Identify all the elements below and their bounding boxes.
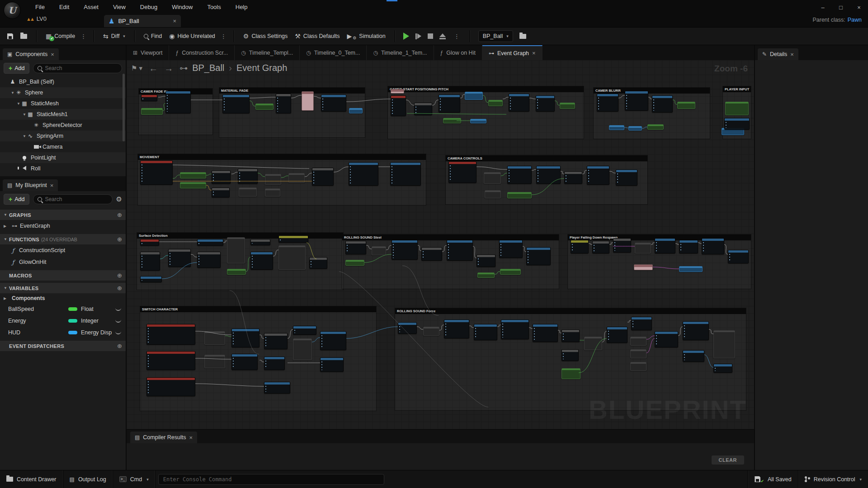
graph-node[interactable] bbox=[309, 257, 327, 269]
function-item-glowonhit[interactable]: ƒGlowOnHit bbox=[0, 256, 126, 268]
graph-node[interactable] bbox=[536, 166, 561, 184]
graph-node[interactable] bbox=[321, 94, 346, 112]
graph-node[interactable] bbox=[444, 319, 469, 338]
graph-node[interactable] bbox=[652, 95, 673, 113]
graph-node[interactable] bbox=[536, 95, 555, 112]
component-row-camera[interactable]: Camera bbox=[0, 141, 126, 152]
graph-node[interactable] bbox=[607, 327, 627, 343]
graph-node[interactable] bbox=[561, 329, 580, 342]
cmd-dropdown[interactable]: >_ Cmd ▾ bbox=[113, 470, 156, 488]
component-row-roll[interactable]: Roll bbox=[0, 163, 126, 174]
graph-node[interactable] bbox=[141, 94, 157, 101]
graph-node[interactable] bbox=[634, 264, 653, 270]
graph-node[interactable] bbox=[488, 100, 503, 106]
graph-node[interactable] bbox=[264, 382, 290, 394]
frame-skip-button[interactable] bbox=[415, 33, 421, 39]
graph-node[interactable] bbox=[443, 118, 461, 123]
graph-node[interactable] bbox=[683, 321, 709, 340]
graph-node[interactable] bbox=[146, 324, 195, 345]
output-log-button[interactable]: ▤ Output Log bbox=[63, 470, 113, 488]
graph-node[interactable] bbox=[345, 260, 364, 266]
variable-row-ballspeed[interactable]: BallSpeedFloat bbox=[0, 303, 126, 315]
graph-node[interactable] bbox=[647, 124, 664, 130]
tab-compiler-results[interactable]: ▤ Compiler Results × bbox=[130, 432, 197, 443]
graph-node[interactable] bbox=[231, 354, 258, 370]
macros-section-header[interactable]: MACROS ⊕ bbox=[0, 270, 126, 281]
settings-gear-icon[interactable]: ⚙ bbox=[116, 195, 122, 203]
graph-node[interactable] bbox=[630, 337, 646, 346]
component-row-bp-ball-self-[interactable]: ♟BP_Ball (Self) bbox=[0, 76, 126, 87]
graph-tab-timeline-1-tem-[interactable]: ◷Timeline_1_Tem... bbox=[367, 45, 434, 60]
hide-unrelated-button[interactable]: ◉ Hide Unrelated bbox=[165, 29, 219, 43]
component-row-springarm[interactable]: ▼∿SpringArm bbox=[0, 131, 126, 141]
graph-node[interactable] bbox=[349, 162, 378, 186]
graph-node[interactable] bbox=[264, 357, 285, 370]
graph-node[interactable] bbox=[507, 192, 532, 198]
graph-node[interactable] bbox=[724, 118, 750, 130]
graph-node[interactable] bbox=[628, 126, 642, 131]
graph-node[interactable] bbox=[197, 239, 223, 246]
graph-node[interactable] bbox=[239, 188, 257, 197]
graph-node[interactable] bbox=[212, 188, 230, 197]
graph-tab-event-graph[interactable]: ⊶Event Graph× bbox=[482, 45, 542, 60]
graph-node[interactable] bbox=[212, 170, 231, 184]
graph-node[interactable] bbox=[238, 169, 258, 184]
graph-node[interactable] bbox=[683, 350, 704, 362]
graph-node[interactable] bbox=[501, 319, 529, 339]
close-icon[interactable]: × bbox=[532, 50, 536, 56]
graph-node[interactable] bbox=[146, 377, 195, 396]
menu-debug[interactable]: Debug bbox=[133, 0, 165, 14]
graph-node[interactable] bbox=[165, 91, 191, 113]
graph-node[interactable] bbox=[728, 250, 749, 263]
clear-button[interactable]: CLEAR bbox=[712, 455, 744, 465]
graph-node[interactable] bbox=[264, 333, 288, 349]
graph-node[interactable] bbox=[725, 102, 749, 115]
graph-node[interactable] bbox=[265, 188, 280, 197]
component-row-staticmesh[interactable]: ▼▦StaticMesh bbox=[0, 98, 126, 109]
close-icon[interactable]: × bbox=[189, 434, 193, 441]
graph-node[interactable] bbox=[476, 254, 495, 267]
graph-node[interactable] bbox=[421, 247, 442, 261]
graph-node[interactable] bbox=[635, 243, 651, 253]
graph-node[interactable] bbox=[564, 171, 582, 184]
tab-my-blueprint[interactable]: ▤ My Blueprint × bbox=[3, 179, 58, 191]
graph-node[interactable] bbox=[679, 240, 698, 253]
graph-node[interactable] bbox=[448, 161, 476, 183]
eject-button[interactable] bbox=[439, 33, 446, 39]
graph-node[interactable] bbox=[414, 103, 432, 115]
graph-node[interactable] bbox=[677, 102, 695, 109]
graph-node[interactable] bbox=[477, 272, 495, 278]
component-row-staticmesh1[interactable]: ▼▦StaticMesh1 bbox=[0, 109, 126, 120]
graph-node[interactable] bbox=[702, 238, 724, 254]
component-row-sphere[interactable]: ▼✳Sphere bbox=[0, 87, 126, 98]
graph-node[interactable] bbox=[630, 349, 646, 358]
component-row-pointlight[interactable]: PointLight bbox=[0, 152, 126, 163]
graph-tab-timeline-templ-[interactable]: ◷Timeline_Templ... bbox=[235, 45, 300, 60]
graph-node[interactable] bbox=[250, 239, 270, 245]
event-dispatchers-section-header[interactable]: EVENT DISPATCHERS ⊕ bbox=[0, 341, 126, 351]
save-button[interactable] bbox=[4, 29, 17, 43]
graph-node[interactable] bbox=[180, 182, 206, 188]
tab-level[interactable]: ▲▲ LV0 bbox=[26, 15, 47, 22]
graph-node[interactable] bbox=[392, 240, 418, 260]
functions-section-header[interactable]: ▼ FUNCTIONS (24 OVERRIDAB ⊕ bbox=[0, 234, 126, 244]
menu-view[interactable]: View bbox=[106, 0, 133, 14]
find-button[interactable]: Find bbox=[140, 29, 165, 43]
graph-node[interactable] bbox=[372, 246, 386, 255]
graph-node[interactable] bbox=[293, 326, 316, 335]
graph-node[interactable] bbox=[465, 92, 483, 100]
graph-node[interactable] bbox=[533, 324, 558, 342]
add-blueprint-item-button[interactable]: + Add bbox=[4, 194, 29, 205]
component-row-spheredetector[interactable]: ✳SphereDetector bbox=[0, 120, 126, 131]
my-blueprint-search-input[interactable]: Search bbox=[33, 194, 112, 204]
graph-node[interactable] bbox=[560, 103, 575, 109]
bookmark-icon[interactable]: ⚑ ▾ bbox=[131, 64, 142, 72]
forward-arrow-icon[interactable]: → bbox=[164, 64, 173, 73]
browse-debug-object-button[interactable] bbox=[516, 29, 530, 43]
graph-tab-viewport[interactable]: ⊞Viewport bbox=[127, 45, 169, 60]
graph-node[interactable] bbox=[250, 252, 273, 270]
graph-node[interactable] bbox=[484, 172, 501, 184]
menu-file[interactable]: File bbox=[28, 0, 52, 14]
graph-node[interactable] bbox=[507, 166, 532, 184]
expand-arrow-icon[interactable]: ▶ bbox=[4, 224, 9, 228]
